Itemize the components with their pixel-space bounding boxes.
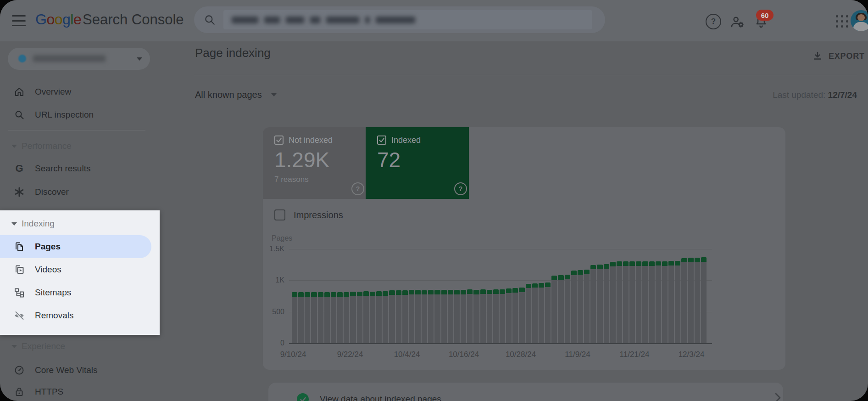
chart-bar[interactable] bbox=[662, 261, 668, 343]
chart-bar[interactable] bbox=[473, 290, 479, 343]
chart-bar[interactable] bbox=[363, 291, 369, 343]
chart-bar[interactable] bbox=[493, 289, 499, 343]
indexed-card[interactable]: Indexed 72 ? bbox=[366, 127, 469, 199]
url-inspection-search-input[interactable] bbox=[194, 6, 605, 33]
chart-bar[interactable] bbox=[539, 283, 544, 343]
chart-bar[interactable] bbox=[668, 261, 674, 343]
property-selector[interactable] bbox=[8, 48, 150, 70]
checkbox-checked-icon[interactable] bbox=[274, 136, 284, 145]
chart-bar[interactable] bbox=[298, 292, 304, 343]
card-detail[interactable]: 7 reasons bbox=[274, 175, 309, 184]
chart-bar[interactable] bbox=[292, 292, 297, 343]
chart-bar[interactable] bbox=[311, 292, 317, 343]
chart-bar[interactable] bbox=[370, 292, 375, 343]
chart-bar[interactable] bbox=[681, 258, 687, 343]
chart-bar[interactable] bbox=[448, 290, 453, 343]
sidebar-item-pages[interactable]: Pages bbox=[0, 235, 160, 258]
view-indexed-data-card[interactable]: View data about indexed pages bbox=[268, 383, 783, 401]
chart-bar[interactable] bbox=[578, 270, 583, 343]
chart-x-tick-label: 10/16/24 bbox=[449, 350, 479, 359]
sidebar-section-indexing[interactable]: Indexing bbox=[0, 214, 160, 234]
chart-bar[interactable] bbox=[350, 292, 356, 343]
chart-bar[interactable] bbox=[337, 292, 343, 343]
chart-bar[interactable] bbox=[434, 290, 440, 343]
menu-icon[interactable] bbox=[12, 15, 26, 26]
chart-bar[interactable] bbox=[604, 264, 609, 343]
sidebar-item-url-inspection[interactable]: URL inspection bbox=[0, 103, 160, 126]
notification-count-badge[interactable]: 60 bbox=[756, 10, 773, 21]
chart-bar[interactable] bbox=[428, 290, 434, 343]
sidebar-item-core-web-vitals[interactable]: Core Web Vitals bbox=[0, 359, 160, 382]
help-icon[interactable]: ? bbox=[706, 14, 721, 29]
sidebar-item-discover[interactable]: Discover bbox=[0, 181, 160, 203]
chart-bar[interactable] bbox=[584, 270, 590, 343]
chart-bar[interactable] bbox=[461, 290, 466, 343]
chart-bar[interactable] bbox=[331, 292, 336, 343]
chart-bar[interactable] bbox=[551, 276, 557, 343]
chart-bar[interactable] bbox=[409, 290, 414, 343]
chart-bar[interactable] bbox=[396, 290, 401, 343]
chart-bar[interactable] bbox=[617, 261, 622, 343]
chart-bar[interactable] bbox=[642, 261, 648, 343]
export-button[interactable]: EXPORT bbox=[812, 51, 865, 62]
chart-bars[interactable] bbox=[292, 249, 707, 343]
chart-bar[interactable] bbox=[506, 288, 512, 343]
chart-bar[interactable] bbox=[318, 292, 323, 343]
chart-bar[interactable] bbox=[415, 290, 421, 343]
chart-bar[interactable] bbox=[480, 289, 486, 343]
chart-bar[interactable] bbox=[532, 283, 538, 343]
chart-bar[interactable] bbox=[688, 258, 694, 343]
chart-bar[interactable] bbox=[357, 292, 362, 343]
google-apps-grid-icon[interactable] bbox=[836, 15, 848, 28]
chart-bar[interactable] bbox=[305, 292, 310, 343]
chart-bar[interactable] bbox=[467, 289, 473, 343]
impressions-checkbox-row[interactable]: Impressions bbox=[274, 209, 343, 220]
chart-bar[interactable] bbox=[649, 261, 655, 343]
help-icon[interactable]: ? bbox=[454, 182, 467, 195]
sidebar-item-overview[interactable]: Overview bbox=[0, 80, 160, 103]
chart-bar[interactable] bbox=[571, 271, 577, 343]
sidebar-section-performance[interactable]: Performance bbox=[0, 136, 160, 156]
chart-bar[interactable] bbox=[636, 261, 641, 343]
chart-bar[interactable] bbox=[383, 291, 388, 343]
sidebar-section-experience[interactable]: Experience bbox=[0, 336, 160, 356]
sidebar-item-search-results[interactable]: G Search results bbox=[0, 157, 160, 180]
sidebar-item-sitemaps[interactable]: Sitemaps bbox=[0, 281, 160, 304]
google-logo[interactable]: Google bbox=[35, 11, 81, 28]
chart-bar[interactable] bbox=[629, 261, 635, 343]
chart-bar[interactable] bbox=[324, 292, 330, 343]
chart-bar[interactable] bbox=[656, 261, 661, 343]
page-filter-dropdown[interactable]: All known pages bbox=[195, 90, 277, 100]
chart-bar[interactable] bbox=[675, 261, 680, 343]
chart-bar[interactable] bbox=[389, 290, 395, 343]
avatar[interactable] bbox=[851, 10, 868, 31]
chart-bar[interactable] bbox=[701, 257, 707, 343]
chart-bar[interactable] bbox=[376, 291, 382, 343]
chart-bar[interactable] bbox=[545, 282, 551, 343]
chart-bar[interactable] bbox=[344, 292, 349, 343]
chart-bar[interactable] bbox=[487, 290, 492, 343]
chart-bar[interactable] bbox=[519, 288, 524, 343]
chart-bar[interactable] bbox=[500, 289, 505, 343]
chart-bar[interactable] bbox=[512, 288, 518, 343]
help-icon[interactable]: ? bbox=[351, 182, 364, 195]
sidebar-item-videos[interactable]: Videos bbox=[0, 258, 160, 281]
not-indexed-card[interactable]: Not indexed 1.29K 7 reasons ? bbox=[263, 127, 366, 199]
chart-bar[interactable] bbox=[422, 290, 427, 343]
chart-bar[interactable] bbox=[454, 290, 460, 343]
chart-bar[interactable] bbox=[441, 290, 447, 343]
chart-bar[interactable] bbox=[526, 284, 531, 343]
checkbox-unchecked-icon[interactable] bbox=[274, 209, 285, 220]
checkbox-checked-icon[interactable] bbox=[377, 136, 386, 145]
chart-bar[interactable] bbox=[590, 265, 596, 343]
chart-bar[interactable] bbox=[597, 265, 602, 343]
user-settings-icon[interactable] bbox=[729, 14, 745, 30]
chart-bar[interactable] bbox=[558, 275, 563, 343]
chart-bar[interactable] bbox=[623, 261, 629, 343]
chart-bar[interactable] bbox=[402, 290, 408, 343]
sidebar-item-https[interactable]: HTTPS bbox=[0, 380, 160, 401]
chart-bar[interactable] bbox=[565, 275, 570, 343]
chart-bar[interactable] bbox=[695, 258, 700, 343]
chart-bar[interactable] bbox=[610, 262, 616, 343]
sidebar-item-removals[interactable]: Removals bbox=[0, 304, 160, 327]
